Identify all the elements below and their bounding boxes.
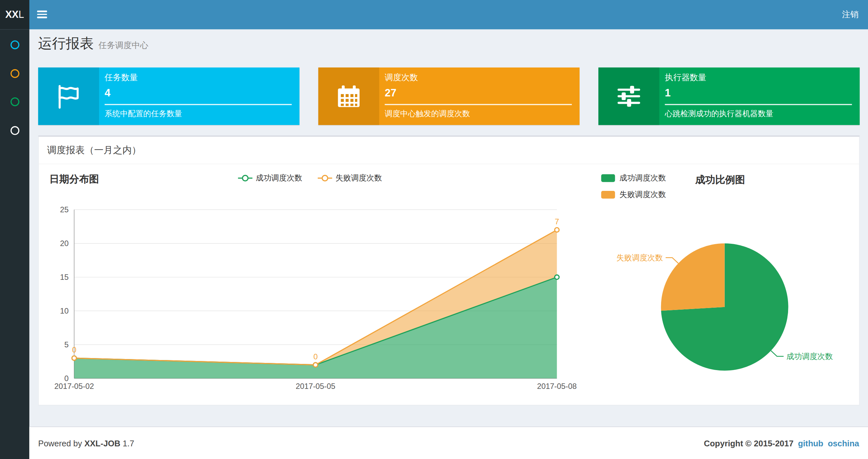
info-box-title: 任务数量 bbox=[104, 72, 292, 83]
info-box-value: 4 bbox=[104, 87, 292, 99]
logout-link[interactable]: 注销 bbox=[833, 0, 868, 29]
calendar-icon bbox=[318, 67, 379, 125]
sliders-icon bbox=[598, 67, 659, 125]
success-ratio-pie-chart: 成功调度次数失败调度次数 bbox=[615, 231, 858, 397]
info-box-description: 调度中心触发的调度次数 bbox=[384, 109, 572, 119]
svg-text:25: 25 bbox=[60, 205, 69, 214]
divider bbox=[665, 104, 852, 105]
content-header: 运行报表任务调度中心 bbox=[38, 34, 149, 53]
legend-item-success[interactable]: 成功调度次数 bbox=[238, 173, 303, 183]
circle-icon bbox=[10, 40, 19, 49]
svg-text:2017-05-08: 2017-05-08 bbox=[537, 382, 577, 391]
legend-label: 成功调度次数 bbox=[619, 173, 666, 183]
legend-swatch bbox=[601, 174, 615, 182]
info-box-description: 心跳检测成功的执行器机器数量 bbox=[665, 109, 852, 119]
oschina-link[interactable]: oschina bbox=[828, 438, 859, 448]
app-logo-bold: XX bbox=[5, 9, 19, 21]
github-link[interactable]: github bbox=[798, 438, 823, 448]
svg-text:7: 7 bbox=[555, 217, 559, 226]
legend-label: 失败调度次数 bbox=[336, 173, 382, 183]
legend-item-fail[interactable]: 失败调度次数 bbox=[318, 173, 382, 183]
info-boxes-row: 任务数量 4 系统中配置的任务数量 bbox=[38, 67, 860, 125]
sidebar-item-3[interactable] bbox=[0, 91, 29, 112]
panel-title: 调度报表（一月之内） bbox=[39, 137, 859, 164]
legend-label: 成功调度次数 bbox=[256, 173, 302, 183]
legend-label: 失败调度次数 bbox=[619, 190, 666, 200]
svg-text:0: 0 bbox=[313, 352, 318, 361]
circle-icon bbox=[10, 97, 19, 106]
info-box-trigger-count: 调度次数 27 调度中心触发的调度次数 bbox=[318, 67, 580, 125]
line-chart-title: 日期分布图 bbox=[50, 173, 99, 186]
line-chart-legend: 成功调度次数 失败调度次数 bbox=[238, 173, 382, 183]
svg-text:2017-05-02: 2017-05-02 bbox=[54, 382, 94, 391]
xxl-job-dashboard: XXL 注销 运行报表任务调度中心 任务数量 4 系统中配置的任务数量 bbox=[0, 0, 868, 459]
top-navbar: XXL 注销 bbox=[0, 0, 868, 29]
divider bbox=[104, 104, 292, 105]
circle-icon bbox=[10, 69, 19, 78]
legend-swatch bbox=[601, 191, 615, 199]
page-subtitle: 任务调度中心 bbox=[98, 40, 148, 50]
info-box-value: 27 bbox=[384, 87, 572, 99]
pie-chart-title: 成功比例图 bbox=[695, 173, 745, 186]
legend-item-success[interactable]: 成功调度次数 bbox=[601, 173, 666, 183]
page-title: 运行报表任务调度中心 bbox=[38, 34, 149, 53]
report-panel: 调度报表（一月之内） 日期分布图 成功调度次数 失败调度次数 051015202… bbox=[38, 135, 860, 405]
svg-text:5: 5 bbox=[64, 340, 68, 349]
powered-by: Powered by XXL-JOB 1.7 bbox=[38, 438, 134, 448]
svg-text:失败调度次数: 失败调度次数 bbox=[616, 253, 663, 262]
app-logo-light: L bbox=[19, 9, 24, 21]
info-box-title: 调度次数 bbox=[384, 72, 572, 83]
sidebar-toggle-icon[interactable] bbox=[37, 10, 47, 18]
flag-icon bbox=[38, 67, 99, 125]
sidebar bbox=[0, 29, 29, 459]
divider bbox=[384, 104, 572, 105]
info-box-executor-count: 执行器数量 1 心跳检测成功的执行器机器数量 bbox=[598, 67, 860, 125]
sidebar-item-4[interactable] bbox=[0, 120, 29, 141]
svg-text:20: 20 bbox=[60, 239, 69, 248]
date-distribution-chart: 05101520252017-05-022017-05-052017-05-08… bbox=[48, 189, 590, 397]
footer: Powered by XXL-JOB 1.7 Copyright © 2015-… bbox=[29, 427, 868, 459]
info-box-job-count: 任务数量 4 系统中配置的任务数量 bbox=[38, 67, 300, 125]
info-box-value: 1 bbox=[665, 87, 852, 99]
svg-text:10: 10 bbox=[60, 306, 69, 315]
circle-icon bbox=[10, 126, 19, 135]
line-legend-icon bbox=[318, 174, 332, 182]
sidebar-item-2[interactable] bbox=[0, 63, 29, 85]
product-version: 1.7 bbox=[123, 438, 134, 448]
info-box-title: 执行器数量 bbox=[665, 72, 852, 83]
app-logo[interactable]: XXL bbox=[0, 0, 29, 29]
product-name: XXL-JOB bbox=[85, 438, 121, 448]
svg-text:0: 0 bbox=[72, 346, 76, 354]
svg-text:15: 15 bbox=[60, 273, 69, 282]
legend-item-fail[interactable]: 失败调度次数 bbox=[601, 190, 666, 200]
svg-text:成功调度次数: 成功调度次数 bbox=[786, 352, 833, 361]
copyright: Copyright © 2015-2017 github oschina bbox=[704, 438, 859, 448]
pie-chart-legend: 成功调度次数 失败调度次数 bbox=[601, 173, 666, 200]
line-legend-icon bbox=[238, 174, 252, 182]
svg-text:2017-05-05: 2017-05-05 bbox=[296, 382, 335, 391]
info-box-description: 系统中配置的任务数量 bbox=[104, 109, 292, 119]
sidebar-item-1[interactable] bbox=[0, 34, 29, 56]
